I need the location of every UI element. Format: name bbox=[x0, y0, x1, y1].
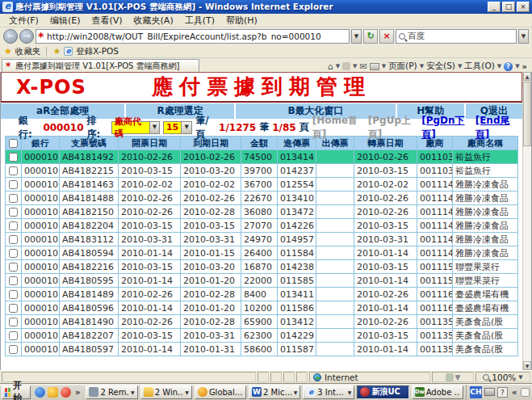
select-all-checkbox[interactable] bbox=[9, 139, 18, 148]
table-row[interactable]: 000010AB41814892010-02-262010-02-2884000… bbox=[6, 288, 518, 301]
row-checkbox[interactable] bbox=[9, 276, 18, 285]
table-row[interactable]: 000010AB41814882010-02-262010-02-2622670… bbox=[6, 192, 518, 205]
read-mail-icon[interactable]: ✉ bbox=[360, 61, 367, 72]
tray-help-icon[interactable]: ? bbox=[497, 387, 508, 398]
menu-item-5[interactable]: 帮助(H) bbox=[220, 14, 263, 27]
tab-expire-account[interactable]: * 應付票據到期管理 V1.01[X-POS 雲端商務網] bbox=[2, 59, 199, 72]
row-checkbox-cell[interactable] bbox=[6, 164, 22, 178]
table-row[interactable]: 000010AB41822072010-03-152010-03-3162300… bbox=[6, 329, 518, 343]
home-dropdown[interactable]: ▼ bbox=[336, 63, 340, 69]
back-button[interactable]: ← bbox=[3, 29, 18, 44]
row-checkbox[interactable] bbox=[9, 345, 18, 354]
quicklaunch-chevron[interactable]: » bbox=[73, 388, 82, 397]
row-checkbox-cell[interactable] bbox=[6, 315, 22, 329]
refresh-button[interactable]: ↻ bbox=[363, 29, 378, 44]
home-icon[interactable]: ⌂ bbox=[328, 61, 333, 72]
tray-chevron[interactable]: « bbox=[510, 388, 518, 397]
row-checkbox-cell[interactable] bbox=[6, 233, 22, 246]
table-row[interactable]: 000010AB41821502010-02-262010-02-2836080… bbox=[6, 205, 518, 219]
row-checkbox[interactable] bbox=[9, 208, 18, 217]
page-size-select[interactable]: 15▼ bbox=[163, 121, 192, 134]
tools-menu-button[interactable]: 工具(O) bbox=[464, 61, 494, 72]
menu-item-4[interactable]: 工具(T) bbox=[179, 14, 220, 27]
sort-select[interactable]: 廠商代碼▼ bbox=[111, 121, 160, 134]
help-dropdown[interactable]: ▼ bbox=[515, 63, 519, 69]
taskbar-button-6[interactable]: DwAdobe ... bbox=[412, 385, 463, 399]
taskbar-button-dropdown-icon[interactable]: ▼ bbox=[185, 389, 189, 395]
table-row[interactable]: 000010AB41822162010-03-152010-03-2016870… bbox=[6, 260, 518, 274]
overflow-chevron[interactable]: » bbox=[522, 62, 527, 71]
start-button[interactable]: 开始 bbox=[2, 385, 31, 399]
row-checkbox[interactable] bbox=[9, 166, 18, 175]
taskbar-button-dropdown-icon[interactable]: ▼ bbox=[348, 389, 352, 395]
menu-item-1[interactable]: 编辑(E) bbox=[44, 14, 86, 27]
taskbar-button-dropdown-icon[interactable]: ▼ bbox=[294, 389, 298, 395]
address-input[interactable]: * http://win2008/tw/OUT_Bill/ExpireAccou… bbox=[36, 29, 350, 44]
row-checkbox[interactable] bbox=[9, 153, 18, 162]
close-button[interactable]: × bbox=[517, 2, 530, 12]
print-dropdown[interactable]: ▼ bbox=[382, 63, 386, 69]
safety-menu-button[interactable]: 安全(S) bbox=[426, 61, 455, 72]
tray-printer-icon[interactable] bbox=[484, 388, 495, 396]
vertical-scrollbar[interactable]: ▲ ▼ bbox=[522, 72, 531, 370]
taskbar-button-0[interactable]: 2 Rem...▼ bbox=[86, 385, 137, 399]
row-checkbox-cell[interactable] bbox=[6, 343, 22, 356]
table-row[interactable]: 000010AB41805952010-01-142010-01-2022000… bbox=[6, 274, 518, 288]
tools-menu-dropdown[interactable]: ▼ bbox=[497, 63, 501, 69]
menu-item-2[interactable]: 查看(V) bbox=[86, 14, 128, 27]
row-checkbox-cell[interactable] bbox=[6, 260, 22, 274]
row-checkbox-cell[interactable] bbox=[6, 274, 22, 288]
taskbar-button-3[interactable]: W2 Mic...▼ bbox=[249, 385, 300, 399]
help-icon[interactable]: ? bbox=[504, 62, 513, 71]
menu-item-0[interactable]: 文件(F) bbox=[3, 14, 44, 27]
row-checkbox[interactable] bbox=[9, 249, 18, 258]
row-checkbox[interactable] bbox=[9, 318, 18, 326]
table-row[interactable]: 000010AB41822042010-03-152010-03-1527070… bbox=[6, 219, 518, 233]
row-checkbox[interactable] bbox=[9, 290, 18, 299]
row-checkbox-cell[interactable] bbox=[6, 301, 22, 315]
row-checkbox[interactable] bbox=[9, 194, 18, 203]
safety-menu-dropdown[interactable]: ▼ bbox=[458, 63, 462, 69]
taskbar-button-1[interactable]: 2 Win...▼ bbox=[140, 385, 192, 399]
protected-mode-button[interactable]: ▼ bbox=[432, 372, 474, 382]
print-icon[interactable] bbox=[370, 63, 379, 70]
stop-button[interactable]: × bbox=[379, 29, 394, 44]
row-checkbox-cell[interactable] bbox=[6, 246, 22, 260]
taskbar-button-4[interactable]: e3 Int...▼ bbox=[303, 385, 354, 399]
quicklaunch-icon-3[interactable] bbox=[61, 387, 71, 398]
row-checkbox-cell[interactable] bbox=[6, 288, 22, 301]
row-checkbox-cell[interactable] bbox=[6, 219, 22, 233]
row-checkbox[interactable] bbox=[9, 263, 18, 272]
menu-item-3[interactable]: 收藏夹(A) bbox=[128, 14, 179, 27]
zoom-control[interactable]: 100% ▼ bbox=[475, 372, 530, 382]
table-row[interactable]: 000010AB41814922010-02-262010-02-2674500… bbox=[6, 150, 518, 164]
address-dropdown-button[interactable]: ▼ bbox=[351, 29, 362, 44]
row-checkbox[interactable] bbox=[9, 331, 18, 340]
row-checkbox-cell[interactable] bbox=[6, 178, 22, 192]
maximize-button[interactable]: □ bbox=[502, 2, 515, 12]
tray-page-icon[interactable] bbox=[521, 388, 530, 397]
row-checkbox-cell[interactable] bbox=[6, 329, 22, 343]
scroll-up-icon[interactable]: ▲ bbox=[523, 72, 531, 81]
favorites-star-icon[interactable]: ★ bbox=[4, 46, 12, 57]
row-checkbox-cell[interactable] bbox=[6, 150, 22, 164]
table-row[interactable]: 000010AB41814902010-02-262010-02-2865900… bbox=[6, 315, 518, 329]
row-checkbox[interactable] bbox=[9, 221, 18, 230]
taskbar-button-dropdown-icon[interactable]: ▼ bbox=[131, 389, 135, 395]
page-menu-button[interactable]: 页面(P) bbox=[388, 61, 417, 72]
row-checkbox[interactable] bbox=[9, 180, 18, 189]
table-row[interactable]: 000010AB41805972010-01-142010-01-3158600… bbox=[6, 343, 518, 356]
favorite-link-xpos[interactable]: 登錄X-POS bbox=[76, 46, 119, 57]
taskbar-button-2[interactable]: Global... bbox=[195, 385, 246, 399]
forward-button[interactable]: → bbox=[19, 29, 34, 44]
row-checkbox[interactable] bbox=[9, 235, 18, 244]
table-row[interactable]: 000010AB41805942010-01-142010-01-1526400… bbox=[6, 246, 518, 260]
taskbar-button-5[interactable]: 新浪UC bbox=[357, 385, 408, 399]
search-input[interactable]: 百度 bbox=[396, 29, 517, 44]
table-row[interactable]: 000010AB41822152010-03-152010-03-2039700… bbox=[6, 164, 518, 178]
feeds-icon[interactable] bbox=[342, 62, 350, 70]
quicklaunch-icon-2[interactable] bbox=[48, 387, 58, 398]
scroll-down-icon[interactable]: ▼ bbox=[523, 361, 531, 370]
search-dropdown-button[interactable]: ▼ bbox=[518, 29, 529, 44]
add-favorite-icon[interactable]: ★ bbox=[52, 46, 61, 57]
